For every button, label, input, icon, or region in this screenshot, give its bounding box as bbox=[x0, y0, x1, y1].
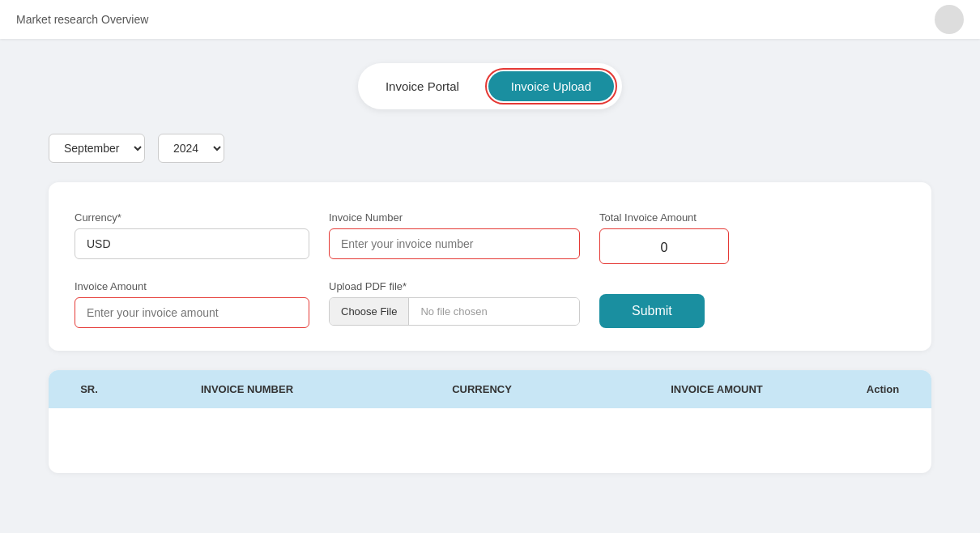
invoice-amount-group: Invoice Amount bbox=[75, 280, 309, 328]
tabs-wrapper: Invoice Portal Invoice Upload bbox=[49, 63, 931, 109]
table-header-action: Action bbox=[834, 370, 931, 408]
table-header-sr: SR. bbox=[49, 370, 130, 408]
currency-group: Currency* bbox=[75, 211, 309, 259]
choose-file-button[interactable]: Choose File bbox=[330, 298, 409, 325]
tabs-container: Invoice Portal Invoice Upload bbox=[358, 63, 622, 109]
file-upload-wrapper: Choose File No file chosen bbox=[329, 297, 580, 326]
form-row-2: Invoice Amount Upload PDF file* Choose F… bbox=[75, 280, 905, 328]
form-card: Currency* Invoice Number Total Invoice A… bbox=[49, 182, 931, 351]
currency-label: Currency* bbox=[75, 211, 309, 224]
breadcrumb: Market research Overview bbox=[16, 13, 148, 26]
avatar bbox=[935, 5, 964, 34]
total-invoice-amount-value: 0 bbox=[611, 241, 717, 255]
tab-invoice-portal[interactable]: Invoice Portal bbox=[363, 68, 482, 104]
table-container: SR. INVOICE NUMBER CURRENCY INVOICE AMOU… bbox=[49, 370, 931, 473]
total-invoice-amount-label: Total Invoice Amount bbox=[599, 211, 729, 224]
submit-button[interactable]: Submit bbox=[599, 294, 705, 328]
top-bar: Market research Overview bbox=[0, 0, 980, 39]
invoice-number-input[interactable] bbox=[329, 228, 580, 259]
invoice-number-label: Invoice Number bbox=[329, 211, 580, 224]
no-file-text: No file chosen bbox=[409, 298, 579, 325]
upload-label: Upload PDF file* bbox=[329, 280, 580, 292]
month-select[interactable]: January February March April May June Ju… bbox=[49, 134, 145, 163]
invoice-amount-input[interactable] bbox=[75, 297, 309, 328]
table-header-currency: CURRENCY bbox=[364, 370, 599, 408]
invoice-number-group: Invoice Number bbox=[329, 211, 580, 259]
table-header-invoice-amount: INVOICE AMOUNT bbox=[599, 370, 834, 408]
table-body bbox=[49, 408, 931, 473]
table-header-invoice-number: INVOICE NUMBER bbox=[130, 370, 364, 408]
tab-active-wrapper: Invoice Upload bbox=[485, 68, 617, 104]
upload-group: Upload PDF file* Choose File No file cho… bbox=[329, 280, 580, 326]
invoice-amount-label: Invoice Amount bbox=[75, 280, 309, 292]
tab-invoice-upload[interactable]: Invoice Upload bbox=[488, 71, 614, 101]
filter-row: January February March April May June Ju… bbox=[49, 134, 931, 163]
main-content: Invoice Portal Invoice Upload January Fe… bbox=[0, 39, 980, 497]
currency-input[interactable] bbox=[75, 228, 309, 259]
total-amount-group: Total Invoice Amount 0 bbox=[599, 211, 729, 264]
total-invoice-amount-box: 0 bbox=[599, 228, 729, 264]
form-row-1: Currency* Invoice Number Total Invoice A… bbox=[75, 211, 905, 264]
table-header: SR. INVOICE NUMBER CURRENCY INVOICE AMOU… bbox=[49, 370, 931, 408]
year-select[interactable]: 2022 2023 2024 2025 bbox=[158, 134, 224, 163]
